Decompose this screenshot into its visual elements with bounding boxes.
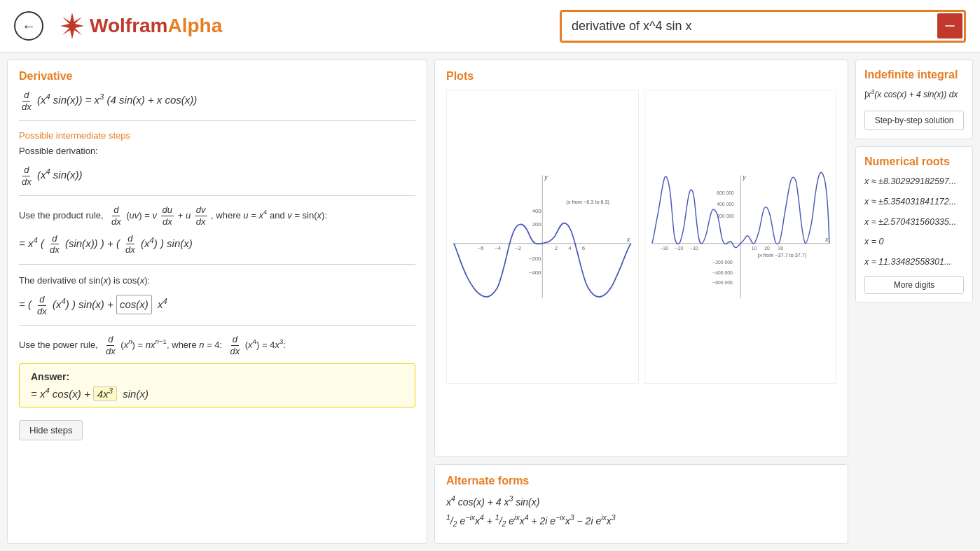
sin-derivative-expanded: = ( d dx (x4) ) sin(x) + cos(x) x4 [19, 294, 415, 316]
divider1 [19, 120, 415, 121]
answer-label: Answer: [31, 371, 403, 382]
plot2: y x 600 000 400 000 200 000 −200 000 −40… [644, 90, 837, 384]
root-item-5: x ≈ 11.33482558301... [864, 256, 964, 269]
intermediate-steps-link[interactable]: Possible intermediate steps [19, 130, 130, 141]
svg-text:y: y [544, 174, 548, 181]
svg-text:−400: −400 [529, 270, 541, 276]
svg-text:600 000: 600 000 [717, 190, 734, 195]
svg-text:2: 2 [555, 245, 558, 251]
logo-alpha: Alpha [168, 15, 223, 36]
svg-text:4: 4 [568, 245, 572, 251]
svg-text:−30: −30 [660, 246, 668, 251]
svg-text:y: y [742, 174, 746, 181]
svg-text:−6: −6 [478, 245, 484, 251]
divider2 [19, 195, 415, 196]
svg-text:30: 30 [778, 246, 783, 251]
svg-text:200 000: 200 000 [717, 214, 734, 218]
search-clear-button[interactable] [937, 13, 962, 39]
derivation-start: d dx (x4 sin(x)) [19, 165, 415, 187]
root-item-1: x ≈ ±8.302929182597... [864, 175, 964, 188]
power-rule-text: Use the power rule, d dx (xn) = nxn−1, w… [19, 334, 415, 356]
svg-text:x: x [626, 236, 630, 243]
logo: WolframAlpha [57, 11, 222, 41]
svg-text:−200: −200 [529, 256, 541, 262]
main-formula: d dx (x4 sin(x)) = x3 (4 sin(x) + x cos(… [19, 90, 415, 112]
svg-rect-1 [945, 25, 955, 27]
product-rule-expanded: = x4 ( d dx (sin(x)) ) + ( d dx (x4) ) s… [19, 233, 415, 256]
plot-container: y x 400 200 −200 −400 −6 −4 −2 2 4 6 [446, 90, 836, 384]
back-button[interactable]: ← [14, 11, 43, 41]
svg-marker-0 [60, 13, 84, 39]
fraction-d-dx: d dx [20, 90, 33, 112]
svg-text:−20: −20 [675, 246, 683, 251]
numerical-roots-section: Numerical roots x ≈ ±8.302929182597... x… [855, 146, 973, 303]
alt-form2: 1/2 e−ixx4 + 1/2 eixx4 + 2i e−ixx3 − 2i … [446, 513, 836, 528]
indefinite-integral-formula: ∫x3(x cos(x) + 4 sin(x)) dx [864, 88, 964, 99]
plot1-svg: y x 400 200 −200 −400 −6 −4 −2 2 4 6 [447, 90, 638, 383]
svg-text:200: 200 [532, 221, 542, 228]
fraction-d-dx-2: d dx [20, 165, 33, 187]
logo-icon [57, 11, 87, 41]
alt-form1: x4 cos(x) + 4 x3 sin(x) [446, 494, 836, 508]
svg-text:400: 400 [532, 208, 542, 214]
divider4 [19, 325, 415, 326]
svg-text:−10: −10 [690, 246, 698, 251]
svg-text:−600 000: −600 000 [712, 280, 733, 285]
header: ← WolframAlpha [0, 0, 980, 53]
svg-text:20: 20 [764, 246, 770, 251]
divider3 [19, 264, 415, 265]
plot2-svg: y x 600 000 400 000 200 000 −200 000 −40… [645, 90, 836, 383]
root-item-2: x ≈ ±5.354031841172... [864, 195, 964, 209]
logo-wolfram: Wolfram [90, 15, 168, 36]
root-item-3: x ≈ ±2.570431560335... [864, 216, 964, 229]
derivative-panel: Derivative d dx (x4 sin(x)) = x3 (4 sin(… [7, 60, 427, 544]
cosx-highlight: cos(x) [116, 295, 152, 314]
answer-box: Answer: = x4 cos(x) + 4x3 sin(x) [19, 363, 415, 407]
svg-text:−4: −4 [495, 245, 502, 251]
sin-derivative-text: The derivative of sin(x) is cos(x): [19, 273, 415, 288]
step-by-step-button[interactable]: Step-by-step solution [864, 111, 964, 130]
plot1: y x 400 200 −200 −400 −6 −4 −2 2 4 6 [446, 90, 639, 384]
svg-text:x: x [824, 236, 828, 243]
plots-panel: Plots y x 400 200 −200 −40 [434, 60, 848, 457]
search-input[interactable] [562, 12, 936, 41]
logo-text: WolframAlpha [90, 15, 222, 37]
derivative-title: Derivative [19, 70, 415, 83]
alternate-forms-title: Alternate forms [446, 475, 836, 487]
plots-title: Plots [446, 70, 836, 83]
answer-formula: = x4 cos(x) + 4x3 sin(x) [31, 386, 403, 400]
alternate-forms-panel: Alternate forms x4 cos(x) + 4 x3 sin(x) … [434, 464, 848, 544]
svg-text:−2: −2 [515, 245, 521, 251]
indefinite-integral-section: Indefinite integral ∫x3(x cos(x) + 4 sin… [855, 60, 973, 139]
more-digits-button[interactable]: More digits [864, 276, 964, 294]
svg-text:6: 6 [582, 245, 585, 251]
svg-text:(x from −37.7 to 37.7): (x from −37.7 to 37.7) [757, 252, 806, 258]
product-rule-text: Use the product rule, d dx (uv) = v du d… [19, 204, 415, 227]
right-panel: Indefinite integral ∫x3(x cos(x) + 4 sin… [855, 60, 973, 544]
middle-panel: Plots y x 400 200 −200 −40 [434, 60, 848, 544]
main-content: Derivative d dx (x4 sin(x)) = x3 (4 sin(… [0, 53, 980, 551]
possible-derivation-label: Possible derivation: [19, 144, 415, 159]
root-item-4: x = 0 [864, 235, 964, 249]
svg-text:(x from −6.3 to 6.3): (x from −6.3 to 6.3) [566, 199, 609, 205]
hide-steps-button[interactable]: Hide steps [19, 420, 83, 440]
svg-text:−200 000: −200 000 [712, 260, 733, 265]
svg-text:−400 000: −400 000 [712, 270, 733, 275]
clear-icon [944, 20, 956, 32]
svg-text:10: 10 [751, 246, 757, 251]
svg-text:400 000: 400 000 [717, 202, 734, 207]
numerical-roots-title: Numerical roots [864, 155, 964, 168]
indefinite-integral-title: Indefinite integral [864, 69, 964, 81]
answer-highlight: 4x3 [93, 386, 117, 401]
search-bar [560, 10, 966, 43]
